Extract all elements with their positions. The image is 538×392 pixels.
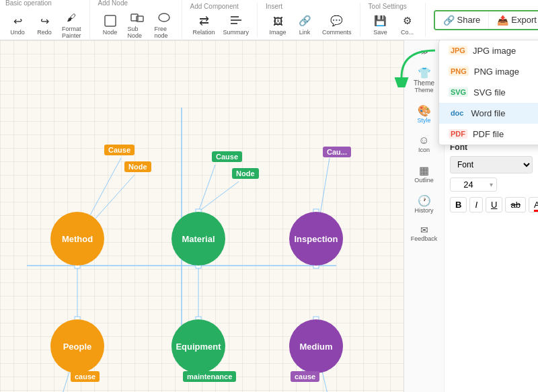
inspection-node[interactable]: Inspection (289, 212, 343, 266)
undo-button[interactable]: ↩ Undo (5, 11, 30, 37)
export-button[interactable]: 📤 Export (489, 11, 538, 29)
share-export-area: 🔗 Share 📤 Export JPG JPG image PNG PNG i… (434, 10, 538, 30)
link-button[interactable]: 🔗 Link (293, 11, 317, 37)
doc-icon: doc (449, 108, 466, 118)
sub-node-icon (129, 9, 145, 26)
font-color-button[interactable]: A (529, 197, 538, 212)
people-node[interactable]: People (50, 319, 104, 373)
toolbar-group-add-node: Add Node Node Sub Node Free node (98, 0, 182, 40)
italic-button[interactable]: I (469, 197, 483, 212)
save-button[interactable]: 💾 Save (369, 11, 393, 37)
undo-icon: ↩ (9, 13, 26, 29)
export-word-item[interactable]: doc Word file (439, 103, 538, 124)
add-node-buttons: Node Sub Node Free node (98, 8, 176, 40)
cause3-label[interactable]: Cau... (323, 147, 351, 157)
add-node-label: Add Node (98, 0, 128, 7)
format-painter-button[interactable]: 🖌 Format Painter (59, 8, 84, 40)
redo-icon: ↪ (36, 13, 52, 29)
toolbar-group-basic: Basic operation ↩ Undo ↪ Redo 🖌 Format P… (5, 0, 90, 40)
svg-rect-5 (231, 19, 241, 21)
format-painter-icon: 🖌 (63, 9, 79, 26)
export-png-item[interactable]: PNG PNG image (439, 61, 538, 82)
node-button[interactable]: Node (98, 11, 122, 37)
toolbar-group-add-component: Add Component ⇄ Relation Summary (190, 3, 258, 37)
free-node-button[interactable]: Free node (152, 8, 176, 40)
insert-buttons: 🖼 Image 🔗 Link 💬 Comments (266, 11, 354, 37)
sidebar-outline-item[interactable]: ▦ Outline (404, 159, 444, 189)
font-size-row: 24 ▾ (450, 178, 497, 192)
redo-button[interactable]: ↪ Redo (32, 11, 56, 37)
node-icon (102, 13, 118, 29)
add-component-buttons: ⇄ Relation Summary (190, 11, 252, 37)
comments-icon: 💬 (329, 13, 345, 29)
font-size-value: 24 (451, 178, 486, 191)
png-icon: PNG (449, 67, 469, 76)
svg-rect-6 (231, 23, 237, 24)
tool-settings-label: Tool Settings (369, 3, 407, 10)
share-export-wrapper: 🔗 Share 📤 Export (434, 10, 538, 30)
cause4-label[interactable]: cause (71, 371, 100, 382)
basic-operation-buttons: ↩ Undo ↪ Redo 🖌 Format Painter (5, 8, 84, 40)
text-format-row: B I U ab A (450, 197, 533, 212)
toolbar-group-insert: Insert 🖼 Image 🔗 Link 💬 Comments (266, 3, 360, 37)
canvas-area[interactable]: Cause Node Cause Node Cau... Method Mate… (0, 40, 404, 392)
cause2-label[interactable]: Cause (212, 151, 242, 162)
export-icon: 📤 (497, 15, 508, 26)
svg-rect-0 (105, 15, 116, 26)
font-family-select[interactable]: Font Arial Times New Roman (450, 156, 533, 173)
export-svg-item[interactable]: SVG SVG file (439, 82, 538, 103)
image-icon: 🖼 (270, 13, 286, 29)
image-button[interactable]: 🖼 Image (266, 11, 290, 37)
medium-node[interactable]: Medium (289, 319, 343, 373)
material-node[interactable]: Material (171, 212, 225, 266)
sidebar-feedback-item[interactable]: ✉ Feedback (404, 219, 444, 247)
basic-operation-label: Basic operation (5, 0, 52, 7)
underline-button[interactable]: U (486, 197, 502, 212)
relation-button[interactable]: ⇄ Relation (190, 11, 218, 37)
tool-settings-buttons: 💾 Save ⚙ Co... (369, 11, 420, 37)
save-icon: 💾 (373, 13, 389, 29)
jpg-icon: JPG (449, 46, 467, 55)
export-dropdown: JPG JPG image PNG PNG image SVG SVG file… (438, 40, 538, 145)
insert-label: Insert (266, 3, 282, 10)
share-button[interactable]: 🔗 Share (435, 11, 490, 29)
node2-label[interactable]: Node (232, 168, 259, 179)
bold-button[interactable]: B (450, 197, 467, 212)
cause1-label[interactable]: Cause (104, 145, 134, 155)
svg-line-14 (198, 182, 239, 212)
add-component-label: Add Component (190, 3, 239, 10)
settings-button[interactable]: ⚙ Co... (395, 11, 420, 37)
comments-button[interactable]: 💬 Comments (319, 11, 354, 37)
equipment-node[interactable]: Equipment (171, 319, 225, 373)
svg-point-3 (159, 13, 169, 22)
summary-icon (228, 13, 244, 29)
link-icon: 🔗 (297, 13, 313, 29)
svg-rect-4 (231, 16, 239, 17)
pdf-icon: PDF (449, 129, 467, 139)
toolbar-group-tool-settings: Tool Settings 💾 Save ⚙ Co... (369, 3, 426, 37)
maintenance-label[interactable]: maintenance (183, 371, 236, 382)
svg-icon: SVG (449, 87, 468, 97)
relation-icon: ⇄ (196, 13, 212, 29)
sub-node-button[interactable]: Sub Node (125, 8, 149, 40)
history-icon: 🕐 (418, 194, 431, 207)
svg-line-13 (198, 165, 215, 212)
export-jpg-item[interactable]: JPG JPG image (439, 40, 538, 61)
node1-label[interactable]: Node (124, 161, 151, 172)
emoticon-icon: ☺ (418, 134, 429, 147)
export-pdf-item[interactable]: PDF PDF file (439, 124, 538, 145)
summary-button[interactable]: Summary (221, 11, 252, 37)
font-size-down-arrow[interactable]: ▾ (486, 180, 496, 190)
cause5-label[interactable]: cause (291, 371, 319, 382)
share-icon: 🔗 (443, 15, 455, 26)
sidebar-history-item[interactable]: 🕐 History (404, 189, 444, 219)
toolbar: Basic operation ↩ Undo ↪ Redo 🖌 Format P… (0, 0, 538, 40)
free-node-icon (156, 9, 172, 26)
settings-icon: ⚙ (399, 13, 416, 29)
outline-icon: ▦ (419, 164, 429, 177)
collapse-icon: ≫ (421, 48, 428, 56)
strikethrough-button[interactable]: ab (505, 197, 525, 212)
method-node[interactable]: Method (50, 212, 104, 266)
style-icon: 🎨 (418, 104, 431, 117)
theme-icon: 👕 (418, 67, 431, 79)
